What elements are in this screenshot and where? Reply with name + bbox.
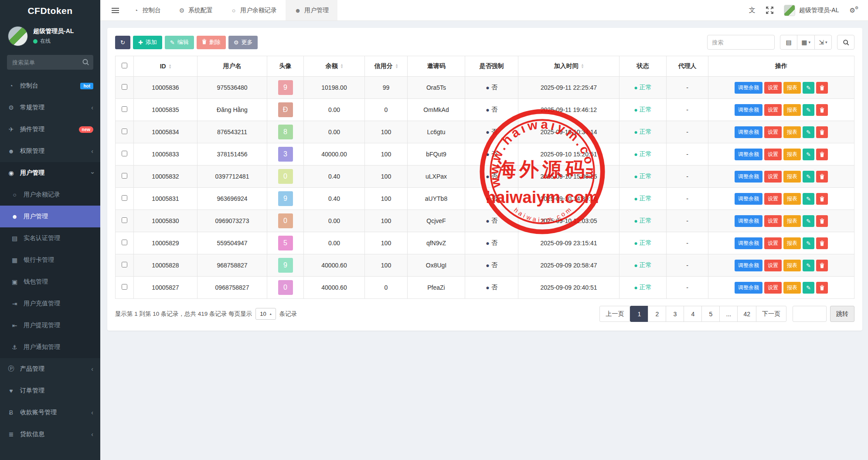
delete-row-button[interactable] (816, 104, 828, 116)
report-button[interactable]: 报表 (783, 282, 801, 294)
row-checkbox[interactable] (122, 195, 127, 201)
page-button-4[interactable]: 4 (684, 306, 702, 322)
column-header-join_time[interactable]: 加入时间▴▾ (518, 56, 620, 77)
column-header-credit[interactable]: 信用分▴▾ (365, 56, 408, 77)
adjust-balance-button[interactable]: 调整余额 (735, 82, 762, 94)
report-button[interactable]: 报表 (783, 104, 801, 116)
report-button[interactable]: 报表 (783, 171, 801, 183)
settings-button[interactable]: 设置 (764, 126, 782, 138)
forced-flag[interactable]: ●否 (486, 261, 497, 269)
page-button-42[interactable]: 42 (737, 306, 756, 322)
delete-button[interactable]: 删除 (197, 36, 226, 49)
adjust-balance-button[interactable]: 调整余额 (735, 126, 762, 138)
column-header-agent[interactable]: 代理人 (667, 56, 708, 77)
forced-flag[interactable]: ●否 (486, 84, 497, 91)
row-checkbox[interactable] (122, 129, 127, 134)
sort-icon[interactable]: ▴▾ (582, 63, 584, 68)
settings-button[interactable]: 设置 (764, 104, 782, 116)
settings-button[interactable]: 设置 (764, 193, 782, 205)
fullscreen-icon[interactable] (766, 7, 773, 14)
sidebar-subitem-用户余额记录[interactable]: ○用户余额记录 (0, 184, 100, 206)
edit-row-button[interactable]: ✎ (803, 104, 814, 116)
add-button[interactable]: ✚添加 (133, 36, 162, 49)
settings-button[interactable]: 设置 (764, 215, 782, 227)
page-button-...[interactable]: ... (719, 306, 738, 322)
report-button[interactable]: 报表 (783, 126, 801, 138)
adjust-balance-button[interactable]: 调整余额 (735, 104, 762, 116)
edit-row-button[interactable]: ✎ (803, 260, 814, 271)
forced-flag[interactable]: ●否 (486, 284, 497, 291)
tab-系统配置[interactable]: ⚙系统配置 (170, 0, 221, 20)
column-header-balance[interactable]: 余额▴▾ (304, 56, 365, 77)
more-button[interactable]: ⚙更多 (228, 36, 258, 49)
row-checkbox[interactable] (122, 217, 127, 223)
columns-button[interactable]: ▦▾ (797, 35, 815, 50)
sidebar-item-插件管理[interactable]: ✈插件管理new (0, 118, 100, 140)
page-button-1[interactable]: 1 (630, 306, 648, 322)
column-header-username[interactable]: 用户名 (197, 56, 267, 77)
forced-flag[interactable]: ●否 (486, 195, 497, 203)
column-header-forced[interactable]: 是否强制 (465, 56, 518, 77)
jump-page-input[interactable] (793, 306, 827, 322)
settings-button[interactable]: 设置 (764, 282, 782, 294)
delete-row-button[interactable] (816, 149, 828, 160)
adjust-balance-button[interactable]: 调整余额 (735, 215, 762, 227)
forced-flag[interactable]: ●否 (486, 217, 497, 225)
search-button[interactable] (837, 35, 854, 50)
topbar-user[interactable]: 超级管理员-AL (784, 5, 839, 16)
sidebar-subitem-用户提现管理[interactable]: ⇤用户提现管理 (0, 315, 100, 336)
report-button[interactable]: 报表 (783, 149, 801, 160)
forced-flag[interactable]: ●否 (486, 128, 497, 136)
table-search-input[interactable] (707, 35, 775, 50)
report-button[interactable]: 报表 (783, 237, 801, 249)
settings-gears-icon[interactable]: ⚙⚙ (849, 7, 860, 14)
delete-row-button[interactable] (816, 171, 828, 183)
row-checkbox[interactable] (122, 84, 127, 90)
page-button-2[interactable]: 2 (648, 306, 666, 322)
sidebar-item-用户管理[interactable]: ◉用户管理‹ (0, 162, 100, 184)
select-all-checkbox[interactable] (122, 63, 127, 68)
tab-用户余额记录[interactable]: ○用户余额记录 (221, 0, 286, 20)
row-checkbox[interactable] (122, 106, 127, 112)
forced-flag[interactable]: ●否 (486, 150, 497, 158)
delete-row-button[interactable] (816, 193, 828, 205)
sort-icon[interactable]: ▴▾ (169, 64, 171, 69)
row-checkbox[interactable] (122, 240, 127, 245)
settings-button[interactable]: 设置 (764, 171, 782, 183)
sidebar-item-产品管理[interactable]: Ⓟ产品管理‹ (0, 358, 100, 380)
settings-button[interactable]: 设置 (764, 82, 782, 94)
row-checkbox[interactable] (122, 151, 127, 156)
delete-row-button[interactable] (816, 260, 828, 271)
settings-button[interactable]: 设置 (764, 237, 782, 249)
report-button[interactable]: 报表 (783, 260, 801, 271)
delete-row-button[interactable] (816, 82, 828, 94)
delete-row-button[interactable] (816, 215, 828, 227)
sidebar-subitem-用户通知管理[interactable]: ⚓用户通知管理 (0, 336, 100, 358)
adjust-balance-button[interactable]: 调整余额 (735, 149, 762, 160)
tab-控制台[interactable]: ◔控制台 (124, 0, 170, 20)
row-checkbox[interactable] (122, 262, 127, 267)
forced-flag[interactable]: ●否 (486, 239, 497, 247)
sidebar-subitem-用户充值管理[interactable]: ⇥用户充值管理 (0, 293, 100, 315)
adjust-balance-button[interactable]: 调整余额 (735, 237, 762, 249)
next-page-button[interactable]: 下一页 (756, 306, 786, 322)
delete-row-button[interactable] (816, 237, 828, 249)
report-button[interactable]: 报表 (783, 193, 801, 205)
prev-page-button[interactable]: 上一页 (599, 306, 630, 322)
edit-row-button[interactable]: ✎ (803, 193, 814, 205)
menu-search-input[interactable] (7, 55, 93, 70)
delete-row-button[interactable] (816, 126, 828, 138)
sidebar-subitem-银行卡管理[interactable]: ▦银行卡管理 (0, 249, 100, 271)
edit-button[interactable]: ✎编辑 (165, 36, 194, 49)
column-header-invite[interactable]: 邀请码 (408, 56, 465, 77)
adjust-balance-button[interactable]: 调整余额 (735, 260, 762, 271)
report-button[interactable]: 报表 (783, 215, 801, 227)
edit-row-button[interactable]: ✎ (803, 171, 814, 183)
edit-row-button[interactable]: ✎ (803, 215, 814, 227)
report-button[interactable]: 报表 (783, 82, 801, 94)
export-button[interactable]: ⇲▾ (814, 35, 832, 50)
edit-row-button[interactable]: ✎ (803, 282, 814, 294)
column-header-id[interactable]: ID▴▾ (134, 56, 197, 77)
row-checkbox[interactable] (122, 284, 127, 290)
adjust-balance-button[interactable]: 调整余额 (735, 282, 762, 294)
